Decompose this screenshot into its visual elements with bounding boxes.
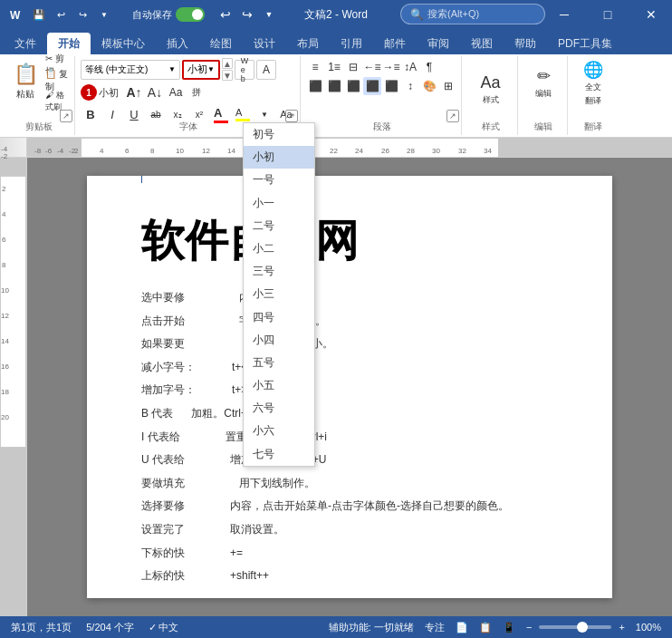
tab-layout[interactable]: 布局 (286, 33, 330, 54)
body-line-11: 设置完了取消设置。 (141, 520, 558, 540)
size-sihao[interactable]: 四号 (244, 306, 314, 329)
justify-btn[interactable]: ⬛ (363, 77, 381, 95)
clear-all-btn[interactable]: Aa (166, 82, 186, 102)
minimize-button[interactable]: ─ (543, 0, 585, 29)
size-xiaosi[interactable]: 小四 (244, 329, 314, 352)
spelling-icon: ✓ (149, 622, 157, 633)
increase-font-btn[interactable]: A↑ (124, 82, 144, 102)
paste-button[interactable]: 📋 粘贴 (7, 58, 43, 105)
align-center-btn[interactable]: ⬛ (325, 77, 343, 95)
font-size-up-btn[interactable]: ▲ (222, 58, 233, 69)
clear-format-btn[interactable]: A (256, 60, 276, 80)
size-xiaoliu[interactable]: 小六 (244, 420, 314, 442)
view-web-btn[interactable]: 📱 (499, 622, 519, 633)
size-yihao[interactable]: 一号 (244, 169, 314, 191)
numbers-btn[interactable]: 1≡ (325, 58, 343, 76)
view-normal-btn[interactable]: 📄 (452, 622, 472, 633)
outdent-btn[interactable]: ←≡ (363, 58, 381, 76)
web-font-btn[interactable]: Web (235, 60, 254, 80)
page-title: 软件自学网 (141, 212, 558, 270)
undo-button[interactable]: ↩ (216, 5, 235, 24)
tab-view[interactable]: 视图 (460, 33, 504, 54)
status-bar: 第1页，共1页 5/204 个字 ✓ 中文 辅助功能: 一切就绪 专注 📄 📋 … (0, 616, 672, 638)
font-dialog-btn[interactable]: ↗ (285, 110, 298, 122)
tab-help[interactable]: 帮助 (504, 33, 547, 54)
size-wuhao[interactable]: 五号 (244, 352, 314, 374)
undo-qa-btn[interactable]: ↩ (51, 5, 71, 24)
body-line-2: 点击开始字号里面的参数。 (141, 312, 558, 332)
page-status[interactable]: 第1页，共1页 (7, 621, 75, 634)
zoom-in-btn[interactable]: + (615, 622, 628, 633)
content-area[interactable]: 软件自学网 选中要修内容。 点击开始字号里面的参数。 如果要更手动输入大小。 减… (27, 158, 672, 616)
size-xiaosan[interactable]: 小三 (244, 283, 314, 305)
maximize-button[interactable]: □ (587, 0, 629, 29)
zoom-level[interactable]: 100% (632, 622, 665, 633)
edit-button[interactable]: ✏ 编辑 (523, 58, 563, 108)
view-reading-btn[interactable]: 📋 (475, 622, 495, 633)
edit-icon: ✏ (537, 66, 551, 86)
tab-pdf[interactable]: PDF工具集 (547, 33, 623, 54)
search-box[interactable]: 🔍 搜索(Alt+Q) (400, 4, 545, 24)
font-size-down-btn[interactable]: ▼ (222, 70, 233, 81)
para-dialog-btn[interactable]: ↗ (446, 110, 459, 122)
font-size-selector[interactable]: 小初 ▼ (182, 60, 220, 80)
size-xiaowu[interactable]: 小五 (244, 374, 314, 397)
tab-file[interactable]: 文件 (4, 33, 47, 54)
decrease-font-btn[interactable]: A↓ (145, 82, 165, 102)
paragraph-label: 段落 (302, 121, 461, 133)
bullets-btn[interactable]: ≡ (306, 58, 324, 76)
borders-btn[interactable]: ⊞ (439, 77, 457, 95)
focus-btn[interactable]: 专注 (421, 621, 448, 634)
translate-button[interactable]: 🌐 全文 翻译 (573, 58, 613, 108)
multilevel-btn[interactable]: ⊟ (344, 58, 362, 76)
tab-insert[interactable]: 插入 (156, 33, 199, 54)
tab-template[interactable]: 模板中心 (91, 33, 156, 54)
pinyin-btn[interactable]: 拼 (187, 82, 206, 102)
zoom-out-btn[interactable]: − (523, 622, 535, 633)
line-spacing-btn[interactable]: ↕ (401, 77, 419, 95)
tab-home[interactable]: 开始 (47, 33, 91, 54)
styles-button[interactable]: Aa 样式 (471, 64, 511, 114)
copy-button[interactable]: 📋 复制 (45, 73, 71, 88)
font-name-arrow: ▼ (168, 65, 176, 73)
size-chuhao[interactable]: 初号 (244, 123, 314, 146)
more-qa-btn[interactable]: ▼ (94, 5, 114, 24)
size-xiaochu[interactable]: 小初 (244, 146, 314, 169)
tab-design[interactable]: 设计 (243, 33, 286, 54)
page-body[interactable]: 选中要修内容。 点击开始字号里面的参数。 如果要更手动输入大小。 减小字号：t+… (141, 288, 558, 586)
size-label: 小初 (99, 86, 119, 100)
shading-btn[interactable]: 🎨 (420, 77, 438, 95)
clipboard-dialog-btn[interactable]: ↗ (60, 110, 72, 122)
show-marks-btn[interactable]: ¶ (420, 58, 438, 76)
align-left-btn[interactable]: ⬛ (306, 77, 324, 95)
zoom-slider[interactable] (539, 625, 611, 629)
size-liuhao[interactable]: 六号 (244, 397, 314, 420)
redo-qa-btn[interactable]: ↪ (72, 5, 92, 24)
word-count[interactable]: 5/204 个字 (82, 621, 138, 634)
save-qa-btn[interactable]: 💾 (29, 5, 49, 24)
tab-draw[interactable]: 绘图 (199, 33, 243, 54)
sort-btn[interactable]: ↕A (401, 58, 419, 76)
font-name-selector[interactable]: 等线 (中文正文) ▼ (81, 60, 180, 80)
autosave-switch[interactable] (176, 7, 205, 22)
close-button[interactable]: ✕ (630, 0, 672, 29)
redo-button[interactable]: ↪ (237, 5, 257, 24)
tab-references[interactable]: 引用 (330, 33, 373, 54)
more-undo-btn[interactable]: ▼ (259, 5, 279, 24)
size-erhao[interactable]: 二号 (244, 215, 314, 237)
columns-btn[interactable]: ⬛ (382, 77, 400, 95)
accessibility-status[interactable]: 辅助功能: 一切就绪 (325, 621, 418, 634)
spelling-check[interactable]: ✓ 中文 (145, 621, 182, 634)
tab-review[interactable]: 审阅 (417, 33, 460, 54)
indent-btn[interactable]: →≡ (382, 58, 400, 76)
size-xiaoyi[interactable]: 小一 (244, 192, 314, 215)
size-xiaoer[interactable]: 小二 (244, 237, 314, 260)
tab-mail[interactable]: 邮件 (373, 33, 417, 54)
size-bahao[interactable]: 八号 (244, 466, 314, 467)
size-qihao[interactable]: 七号 (244, 443, 314, 466)
edit-label: 编辑 (535, 88, 552, 100)
size-sanhao[interactable]: 三号 (244, 260, 314, 283)
window-controls: ─ □ ✕ (543, 0, 672, 29)
edit-group: ✏ 编辑 编辑 (520, 56, 568, 135)
align-right-btn[interactable]: ⬛ (344, 77, 362, 95)
